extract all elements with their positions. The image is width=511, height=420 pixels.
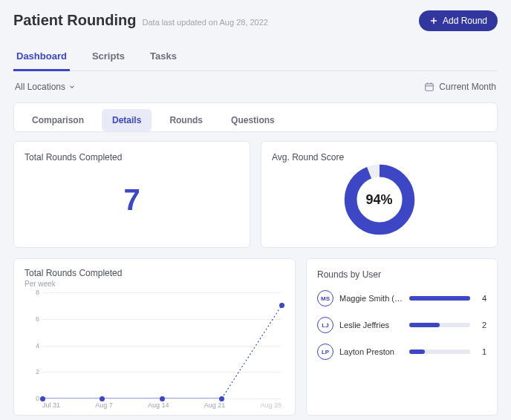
avatar: LP bbox=[317, 344, 333, 360]
user-bar bbox=[409, 323, 470, 327]
total-rounds-card: Total Rounds Completed 7 bbox=[13, 141, 250, 248]
svg-rect-2 bbox=[426, 84, 434, 91]
period-dropdown[interactable]: Current Month bbox=[424, 82, 496, 92]
page-title: Patient Rounding bbox=[13, 12, 137, 29]
x-tick-label: Aug 7 bbox=[95, 401, 113, 409]
avg-score-title: Avg. Round Score bbox=[272, 152, 486, 163]
user-bar bbox=[409, 296, 470, 301]
x-tick-label: Aug 28 bbox=[260, 401, 281, 409]
total-rounds-value: 7 bbox=[25, 163, 239, 237]
rounds-by-user-card: Rounds by User MSMaggie Smith (Y…4LJLesl… bbox=[306, 258, 498, 416]
y-tick-label: 8 bbox=[25, 289, 39, 296]
user-row: MSMaggie Smith (Y…4 bbox=[317, 290, 486, 306]
main-tabs: Dashboard Scripts Tasks bbox=[13, 45, 498, 71]
user-count: 4 bbox=[476, 294, 486, 303]
plus-icon bbox=[429, 16, 438, 25]
user-name: Layton Preston bbox=[339, 347, 403, 356]
data-point bbox=[219, 396, 224, 401]
x-tick-label: Jul 31 bbox=[42, 401, 60, 409]
tab-tasks[interactable]: Tasks bbox=[147, 45, 180, 71]
rounds-line-title: Total Rounds Completed bbox=[25, 268, 284, 278]
rounds-line-subtitle: Per week bbox=[25, 280, 284, 288]
avg-score-donut: 94% bbox=[342, 163, 417, 237]
rounds-line-chart: 02468 bbox=[25, 292, 284, 398]
data-point bbox=[160, 396, 165, 401]
user-row: LJLeslie Jeffries2 bbox=[317, 317, 486, 333]
y-tick-label: 6 bbox=[25, 315, 39, 323]
subtab-details[interactable]: Details bbox=[102, 109, 152, 131]
rounds-line-card: Total Rounds Completed Per week 02468 Ju… bbox=[13, 258, 296, 416]
data-point bbox=[100, 396, 105, 401]
chevron-down-icon bbox=[68, 83, 76, 91]
user-count: 2 bbox=[476, 321, 486, 329]
y-tick-label: 2 bbox=[25, 368, 39, 375]
user-name: Leslie Jeffries bbox=[339, 321, 403, 329]
location-label: All Locations bbox=[15, 82, 65, 92]
data-point bbox=[40, 396, 45, 401]
data-point bbox=[279, 303, 284, 308]
add-round-button[interactable]: Add Round bbox=[419, 10, 498, 31]
add-round-label: Add Round bbox=[443, 16, 487, 26]
tab-dashboard[interactable]: Dashboard bbox=[13, 45, 70, 71]
user-name: Maggie Smith (Y… bbox=[339, 294, 403, 303]
subtab-rounds[interactable]: Rounds bbox=[159, 109, 213, 131]
user-row: LPLayton Preston1 bbox=[317, 344, 486, 360]
x-tick-label: Aug 21 bbox=[204, 401, 226, 409]
y-tick-label: 0 bbox=[25, 395, 39, 402]
sub-tabs: Comparison Details Rounds Questions bbox=[13, 102, 498, 132]
rounds-line-xaxis: Jul 31Aug 7Aug 14Aug 21Aug 28 bbox=[25, 401, 284, 409]
avatar: LJ bbox=[317, 317, 333, 333]
user-count: 1 bbox=[476, 347, 486, 356]
y-tick-label: 4 bbox=[25, 342, 39, 350]
location-dropdown[interactable]: All Locations bbox=[15, 82, 76, 92]
avg-score-card: Avg. Round Score 94% bbox=[261, 141, 498, 248]
avatar: MS bbox=[317, 290, 333, 306]
subtab-questions[interactable]: Questions bbox=[221, 109, 285, 131]
page-subtitle: Data last updated on Aug 28, 2022 bbox=[143, 18, 268, 27]
avg-score-value: 94% bbox=[342, 163, 417, 237]
tab-scripts[interactable]: Scripts bbox=[89, 45, 128, 71]
subtab-comparison[interactable]: Comparison bbox=[22, 109, 94, 131]
user-bar bbox=[409, 350, 470, 354]
period-label: Current Month bbox=[439, 82, 496, 92]
rounds-by-user-title: Rounds by User bbox=[317, 269, 486, 280]
x-tick-label: Aug 14 bbox=[148, 401, 169, 409]
calendar-icon bbox=[424, 82, 434, 92]
total-rounds-title: Total Rounds Completed bbox=[25, 152, 239, 163]
